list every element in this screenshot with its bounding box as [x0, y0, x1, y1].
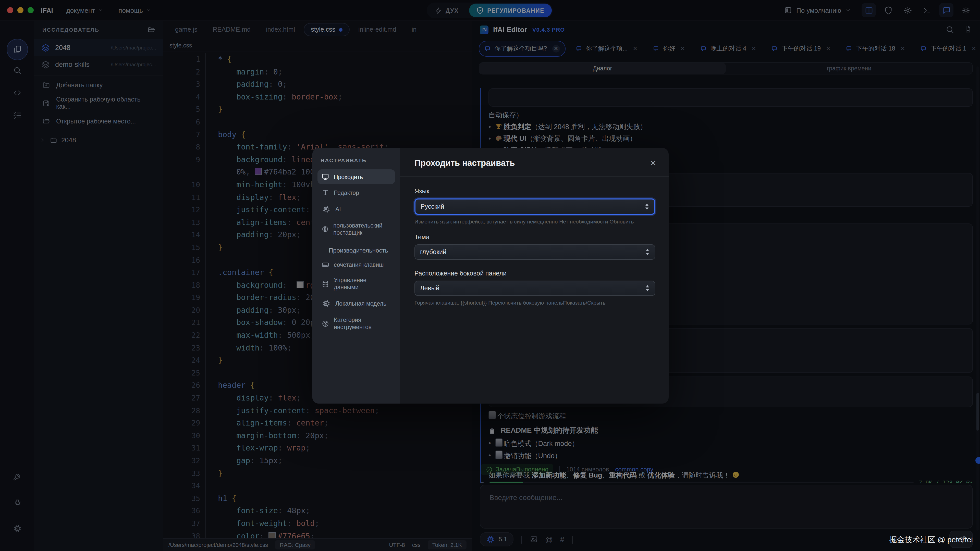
monitor-icon [321, 173, 329, 181]
field-helper: Горячая клавиша: {{shortcut}} Переключит… [414, 300, 655, 306]
chip-icon [321, 205, 331, 214]
globe-icon [321, 225, 329, 233]
settings-title: Проходить настраивать [414, 158, 515, 168]
settings-nav-database[interactable]: Управление данными [318, 273, 395, 294]
target-icon [321, 320, 329, 327]
settings-nav-label: Управление данными [334, 276, 391, 291]
settings-nav-chip[interactable]: AI [318, 201, 395, 218]
field-helper: Изменить язык интерфейса, вступает в сил… [414, 218, 655, 224]
settings-body: Проходить настраивать ✕ ЯзыкРусскийИзмен… [400, 148, 669, 403]
settings-nav-label: Категория инструментов [334, 316, 391, 330]
keyboard-icon [321, 261, 329, 268]
settings-nav-monitor[interactable]: Проходить [318, 169, 395, 184]
settings-nav-label: сочетания клавиш [334, 261, 384, 268]
settings-nav-text-tool[interactable]: Редактор [318, 185, 395, 200]
select-Расположение боковой панели[interactable]: Левый [414, 281, 655, 296]
select-value: глубокий [420, 248, 446, 256]
settings-nav-label: пользовательский поставщик [333, 222, 391, 236]
text-tool-icon [321, 189, 329, 197]
settings-sidebar: НАСТРАИВАТЬ ПроходитьРедакторAIпользоват… [312, 148, 400, 403]
close-icon[interactable]: ✕ [650, 159, 656, 168]
select-value: Русский [421, 203, 444, 210]
app-window: IFAI документпомощь ДУХ РЕГУЛИРОВАНИЕ По… [0, 0, 980, 551]
settings-nav-label: Редактор [334, 189, 359, 196]
settings-nav-target[interactable]: Категория инструментов [318, 313, 395, 334]
chip-icon [321, 299, 331, 308]
select-stepper-icon [645, 285, 650, 292]
settings-sidebar-title: НАСТРАИВАТЬ [321, 157, 392, 163]
settings-modal: НАСТРАИВАТЬ ПроходитьРедакторAIпользоват… [312, 148, 669, 403]
field-label: Тема [414, 233, 655, 241]
settings-nav-chip[interactable]: Локальная модель [318, 295, 395, 312]
select-stepper-icon [645, 248, 650, 256]
settings-section-label: Производительность [318, 241, 395, 257]
watermark: 掘金技术社区 @ peterfei [889, 535, 973, 545]
settings-nav-globe[interactable]: пользовательский поставщик [318, 218, 395, 240]
settings-nav-label: Проходить [334, 173, 363, 180]
field-label: Расположение боковой панели [414, 270, 655, 277]
select-Тема[interactable]: глубокий [414, 245, 655, 260]
select-stepper-icon [645, 203, 649, 210]
field-label: Язык [414, 188, 655, 195]
settings-nav-label: Локальная модель [335, 300, 387, 307]
settings-nav-label: AI [335, 206, 341, 213]
select-value: Левый [420, 285, 439, 292]
database-icon [321, 280, 329, 287]
settings-nav-keyboard[interactable]: сочетания клавиш [318, 257, 395, 272]
select-Язык[interactable]: Русский [414, 198, 655, 215]
